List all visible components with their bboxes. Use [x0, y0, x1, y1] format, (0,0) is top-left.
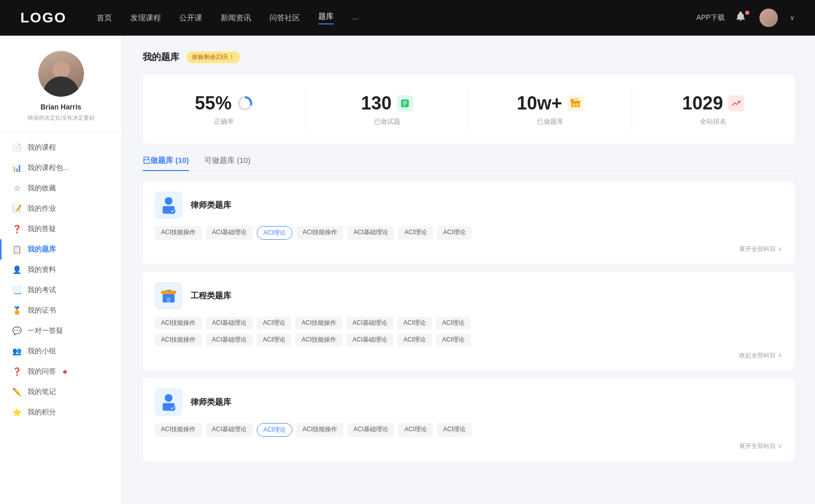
bank-tag[interactable]: ACI基础理论 — [346, 317, 393, 329]
expand-link-lawyer2[interactable]: 展开全部科目 ∨ — [155, 442, 782, 451]
bank-tag[interactable]: ACI基础理论 — [206, 226, 253, 240]
collapse-link-engineer[interactable]: 收起全部科目 ∧ — [155, 351, 782, 360]
sidebar-item-course-package[interactable]: 📊 我的课程包... — [0, 158, 122, 178]
sidebar-item-group[interactable]: 👥 我的小组 — [0, 341, 122, 361]
sidebar-item-my-course[interactable]: 📄 我的课程 — [0, 137, 122, 158]
stat-rank: 1029 全站排名 — [632, 88, 795, 131]
user-motto: 错误的决定比没有决定要好 — [28, 114, 95, 122]
bank-tag[interactable]: ACI基础理论 — [206, 333, 253, 346]
stat-done-tests: 130 已做试题 — [306, 88, 469, 131]
sidebar-item-my-qa[interactable]: ❓ 我的问答 — [0, 361, 122, 382]
bell-icon[interactable] — [735, 11, 749, 25]
sidebar-item-certificate[interactable]: 🏅 我的证书 — [0, 300, 122, 321]
app-download[interactable]: APP下载 — [696, 13, 725, 22]
stat-accuracy-top: 55% — [195, 93, 253, 114]
document-icon: 📄 — [12, 143, 21, 152]
chat-icon: 💬 — [12, 326, 21, 335]
bank-tag[interactable]: ACI理论 — [437, 226, 472, 240]
bank-tag[interactable]: ACI基础理论 — [346, 333, 393, 346]
bank-tag[interactable]: ACI理论 — [436, 333, 471, 346]
tests-icon — [397, 95, 413, 111]
bank-card-header-lawyer: 律师类题库 — [155, 191, 782, 219]
sidebar-label-one-on-one: 一对一答疑 — [28, 326, 63, 335]
svg-rect-7 — [161, 291, 176, 294]
bank-tag[interactable]: ACI基础理论 — [206, 423, 253, 437]
nav-news[interactable]: 新闻资讯 — [221, 13, 251, 23]
bank-tag[interactable]: ACI理论 — [257, 333, 291, 346]
bank-tag[interactable]: ACI技能操作 — [295, 333, 342, 346]
unread-dot — [63, 370, 67, 374]
nav-bank[interactable]: 题库 — [318, 12, 334, 24]
sidebar-menu: 📄 我的课程 📊 我的课程包... ☆ 我的收藏 📝 我的作业 ❓ 我的答疑 📋 — [0, 137, 122, 423]
group-icon: 👥 — [12, 347, 21, 356]
user-menu-chevron[interactable]: ∨ — [790, 14, 795, 21]
bank-tag[interactable]: ACI基础理论 — [347, 226, 394, 240]
bank-card-header-engineer: 工程类题库 — [155, 282, 782, 310]
bank-tag[interactable]: ACI技能操作 — [296, 423, 343, 437]
paper-icon: 📃 — [12, 286, 21, 295]
bank-tag[interactable]: ACI理论 — [437, 423, 472, 437]
user-avatar-nav[interactable] — [759, 9, 778, 27]
sidebar-item-exam[interactable]: 📃 我的考试 — [0, 280, 122, 300]
main-layout: Brian Harris 错误的决定比没有决定要好 📄 我的课程 📊 我的课程包… — [0, 36, 815, 504]
tab-todo-banks[interactable]: 可做题库 (10) — [204, 156, 251, 171]
bank-tag[interactable]: ACI理论 — [397, 333, 432, 346]
sidebar-item-points[interactable]: ⭐ 我的积分 — [0, 402, 122, 423]
pencil-icon: ✏️ — [12, 387, 21, 397]
sidebar-label-course-package: 我的课程包... — [28, 163, 69, 173]
user-avatar — [38, 51, 84, 97]
bank-tag[interactable]: ACI技能操作 — [155, 226, 202, 240]
bank-tag[interactable]: ACI理论 — [436, 317, 471, 329]
bank-tag[interactable]: ACI技能操作 — [155, 423, 202, 437]
stat-rank-label: 全站排名 — [700, 117, 726, 126]
bank-avatar-lawyer2 — [155, 388, 182, 416]
nav-discover[interactable]: 发现课程 — [130, 13, 161, 23]
expand-link-lawyer[interactable]: 展开全部科目 ∨ — [155, 245, 782, 254]
trial-badge: 体验剩余23天！ — [186, 51, 240, 63]
bank-card-lawyer: 律师类题库 ACI技能操作 ACI基础理论 ACI理论 ACI技能操作 ACI基… — [143, 181, 795, 264]
edit-icon: 📝 — [12, 204, 21, 213]
bank-tag[interactable]: ACI技能操作 — [295, 317, 342, 329]
bank-card-engineer: 工程类题库 ACI技能操作 ACI基础理论 ACI理论 ACI技能操作 ACI基… — [143, 272, 795, 370]
avatar-image — [38, 51, 84, 97]
bank-tag[interactable]: ACI基础理论 — [347, 423, 394, 437]
sidebar-label-profile: 我的资料 — [28, 265, 56, 274]
bank-tag[interactable]: ACI技能操作 — [155, 317, 202, 329]
nav-home[interactable]: 首页 — [97, 13, 112, 23]
bank-list: 律师类题库 ACI技能操作 ACI基础理论 ACI理论 ACI技能操作 ACI基… — [143, 181, 795, 461]
stat-done-banks-top: 10w+ — [517, 93, 584, 114]
sidebar-item-qa[interactable]: ❓ 我的答疑 — [0, 219, 122, 239]
bank-tag[interactable]: ACI理论 — [397, 317, 432, 329]
svg-rect-8 — [167, 297, 171, 302]
bank-tag[interactable]: ACI理论 — [257, 317, 291, 329]
sidebar-label-exam: 我的考试 — [28, 286, 56, 295]
bank-tag[interactable]: ACI基础理论 — [206, 317, 253, 329]
bank-tag-active2[interactable]: ACI理论 — [257, 423, 292, 437]
bank-tag-active[interactable]: ACI理论 — [257, 226, 292, 240]
nav-qa[interactable]: 问答社区 — [269, 13, 300, 23]
sidebar-item-homework[interactable]: 📝 我的作业 — [0, 199, 122, 219]
sidebar-item-favorites[interactable]: ☆ 我的收藏 — [0, 178, 122, 199]
bank-tags-engineer-row2: ACI技能操作 ACI基础理论 ACI理论 ACI技能操作 ACI基础理论 AC… — [155, 333, 782, 346]
tab-done-banks[interactable]: 已做题库 (10) — [143, 156, 189, 171]
banks-icon — [567, 95, 584, 111]
clipboard-icon: 📋 — [12, 245, 21, 254]
sidebar-item-notes[interactable]: ✏️ 我的笔记 — [0, 382, 122, 402]
sidebar-item-one-on-one[interactable]: 💬 一对一答疑 — [0, 321, 122, 341]
bank-tags-engineer-row1: ACI技能操作 ACI基础理论 ACI理论 ACI技能操作 ACI基础理论 AC… — [155, 317, 782, 329]
nav-more[interactable]: ··· — [352, 14, 359, 22]
profile-section: Brian Harris 错误的决定比没有决定要好 — [0, 51, 122, 132]
user-name: Brian Harris — [40, 103, 81, 111]
nav-open-course[interactable]: 公开课 — [179, 13, 202, 23]
logo: LOGO — [20, 10, 66, 26]
user-icon: 👤 — [12, 265, 21, 274]
bank-tag[interactable]: ACI技能操作 — [155, 333, 202, 346]
sidebar-item-profile[interactable]: 👤 我的资料 — [0, 260, 122, 280]
stat-done-tests-value: 130 — [361, 93, 392, 114]
sidebar-item-bank[interactable]: 📋 我的题库 — [0, 239, 122, 260]
tabs-row: 已做题库 (10) 可做题库 (10) — [143, 156, 795, 171]
bank-tag[interactable]: ACI理论 — [398, 226, 433, 240]
bank-tag[interactable]: ACI技能操作 — [296, 226, 343, 240]
medal-icon: 🏅 — [12, 306, 21, 315]
bank-tag[interactable]: ACI理论 — [398, 423, 433, 437]
